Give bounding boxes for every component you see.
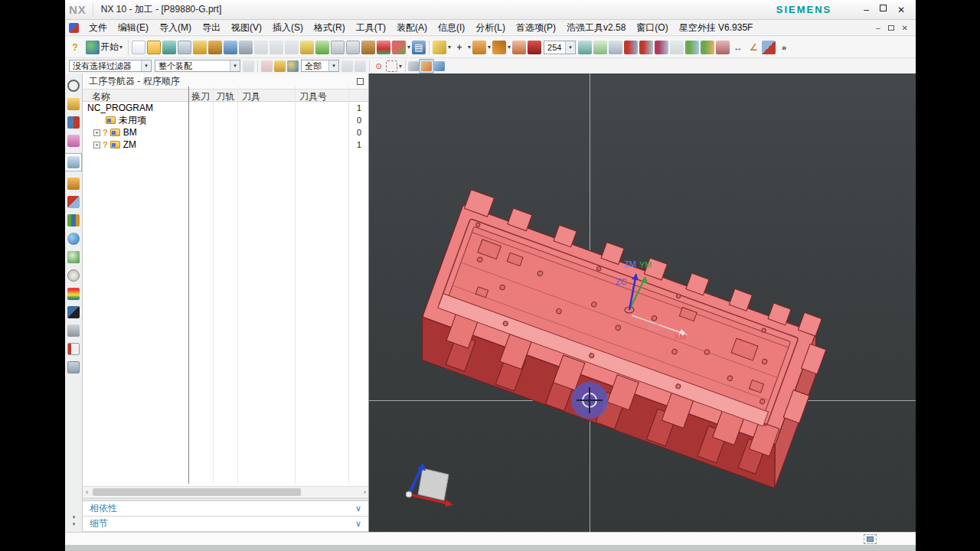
display-part-icon[interactable] <box>162 41 176 54</box>
menu-window[interactable]: 窗口(O) <box>631 20 673 36</box>
clip-section-icon[interactable] <box>864 534 877 544</box>
pencil-caret-icon[interactable]: ▾ <box>448 44 451 51</box>
section-view-icon[interactable] <box>762 41 776 54</box>
point-constructor-icon[interactable]: + <box>452 41 466 54</box>
wireframe-mode-icon[interactable] <box>408 61 419 71</box>
insert-sketch-icon[interactable] <box>239 41 253 54</box>
rotate-cw-icon[interactable] <box>354 60 366 72</box>
minimize-button[interactable]: – <box>864 5 869 15</box>
details-section[interactable]: 细节 ∨ <box>83 517 369 532</box>
machining-wizard-icon[interactable] <box>67 178 80 190</box>
snap-center-icon[interactable]: ⊙ <box>373 60 384 72</box>
tube-icon[interactable] <box>512 41 526 54</box>
scroll-left-arrow-icon[interactable]: ‹ <box>86 488 88 496</box>
orient-front-icon[interactable] <box>624 41 638 54</box>
extrude-icon[interactable] <box>472 41 486 54</box>
menu-analysis[interactable]: 分析(L) <box>470 20 511 36</box>
orient-right-icon[interactable] <box>655 41 668 54</box>
web-browser-icon[interactable] <box>67 251 80 263</box>
select-handle-icon[interactable] <box>261 60 273 72</box>
dependencies-section[interactable]: 相依性 ∨ <box>83 501 369 517</box>
panel-float-icon[interactable] <box>357 78 364 85</box>
render-style-icon[interactable] <box>287 60 299 72</box>
rectangle-select-icon[interactable] <box>386 60 397 72</box>
palette-icon[interactable] <box>67 288 80 300</box>
scrollbar-thumb[interactable] <box>93 488 301 496</box>
red-cube-icon[interactable] <box>528 41 541 54</box>
resource-bar-scroll-arrows[interactable]: ▾▾ <box>65 514 83 527</box>
toolbar-overflow-icon[interactable]: » <box>777 41 791 54</box>
orient-cursor-icon[interactable] <box>670 41 684 54</box>
orient-iso-icon[interactable] <box>685 41 699 54</box>
orient-trimetric-icon[interactable] <box>701 41 714 54</box>
roles-gear-icon[interactable] <box>67 80 80 92</box>
drafting-icon[interactable] <box>716 41 730 54</box>
column-separator[interactable] <box>188 86 189 484</box>
doc-restore-button[interactable] <box>888 25 894 31</box>
menu-tools[interactable]: 工具(T) <box>351 20 391 36</box>
new-file-icon[interactable] <box>132 41 145 54</box>
measure-distance-icon[interactable]: ↔ <box>731 41 745 54</box>
orient-top-icon[interactable] <box>639 41 653 54</box>
selection-filter-combo[interactable]: 没有选择过滤器 ▾ <box>69 60 152 72</box>
menu-view[interactable]: 视图(V) <box>226 20 267 36</box>
manipulator-icon[interactable] <box>67 324 80 337</box>
create-geometry-icon[interactable] <box>315 41 329 54</box>
scroll-right-arrow-icon[interactable]: › <box>364 488 366 496</box>
snap-range-combo[interactable]: 全部 ▾ <box>301 60 339 72</box>
history-clock-icon[interactable] <box>67 269 80 282</box>
part-navigator-icon[interactable] <box>67 135 80 147</box>
assembly-navigator-icon[interactable] <box>67 98 80 110</box>
doc-minimize-button[interactable]: – <box>876 24 880 32</box>
operation-navigator-tab-active[interactable] <box>65 153 82 171</box>
rotation-center-widget[interactable] <box>571 382 608 419</box>
process-studio-icon[interactable] <box>67 306 80 318</box>
extrude-caret-icon[interactable]: ▾ <box>488 44 491 51</box>
pencil-icon[interactable] <box>433 41 446 54</box>
csys-icon[interactable] <box>392 41 406 54</box>
expand-icon[interactable]: + <box>93 129 100 136</box>
csys-caret-icon[interactable]: ▾ <box>407 44 410 51</box>
open-file-icon[interactable] <box>147 41 161 54</box>
menu-insert[interactable]: 插入(S) <box>267 20 309 36</box>
layer-settings-icon[interactable] <box>578 41 592 54</box>
datum-csys[interactable] <box>406 463 453 507</box>
start-menu-button[interactable]: 开始 ▾ <box>83 41 126 54</box>
navigator-h-scrollbar[interactable]: ‹ › <box>83 486 369 497</box>
menu-preferences[interactable]: 首选项(P) <box>511 20 561 36</box>
tree-row-bm[interactable]: + ? BM 0 <box>83 126 368 139</box>
ghost-tool-2-icon[interactable] <box>270 41 283 54</box>
polygon-caret-icon[interactable]: ▾ <box>508 44 511 51</box>
z-stack-icon[interactable] <box>609 41 622 54</box>
machine-tool-view-icon[interactable] <box>346 41 360 54</box>
tree-row-nc-program[interactable]: NC_PROGRAM 1 <box>83 102 368 114</box>
create-tool-icon[interactable] <box>300 41 314 54</box>
measure-angle-icon[interactable]: ∠ <box>746 41 760 54</box>
menu-file[interactable]: 文件 <box>83 20 113 36</box>
wcs-dynamics-icon[interactable] <box>377 41 390 54</box>
tree-row-unused[interactable]: 未用项 0 <box>83 114 368 126</box>
model-canvas[interactable]: ZM YM ZC XC XM <box>369 73 916 532</box>
window-cascade-icon[interactable] <box>178 41 191 54</box>
library-books-icon[interactable] <box>67 214 80 227</box>
shaded-edges-mode-active[interactable] <box>419 59 434 73</box>
window-layout-icon[interactable] <box>67 361 80 373</box>
menu-xingkong-plugin[interactable]: 星空外挂 V6.935F <box>674 20 759 36</box>
rotate-ccw-icon[interactable] <box>341 60 353 72</box>
doc-close-button[interactable]: ✕ <box>902 24 908 32</box>
point-caret-icon[interactable]: ▾ <box>468 44 471 51</box>
menu-haoqiang-tools[interactable]: 浩强工具v2.58 <box>561 20 631 36</box>
tree-row-zm[interactable]: + ? ZM 1 <box>83 139 368 151</box>
ghost-tool-3-icon[interactable] <box>285 41 299 54</box>
layer-combo[interactable]: 254 ▾ <box>544 41 576 54</box>
reuse-library-icon[interactable] <box>67 196 80 208</box>
menu-import[interactable]: 导入(M) <box>154 20 197 36</box>
wave-geometry-icon[interactable] <box>224 41 237 54</box>
geometry-view-icon[interactable] <box>361 41 375 54</box>
menu-information[interactable]: 信息(I) <box>433 20 470 36</box>
polygon-body-icon[interactable] <box>492 41 506 54</box>
app-menu-icon[interactable] <box>69 23 79 33</box>
menu-assemblies[interactable]: 装配(A) <box>391 20 433 36</box>
selection-scope-combo[interactable]: 整个装配 ▾ <box>155 60 240 72</box>
ghost-tool-1-icon[interactable] <box>254 41 268 54</box>
